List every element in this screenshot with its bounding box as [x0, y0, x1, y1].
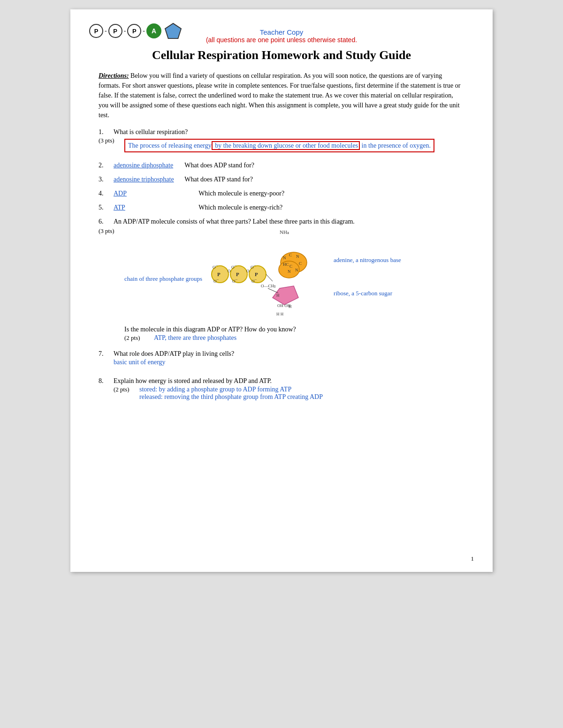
q1-text: What is cellular respiration? — [114, 128, 188, 136]
q3-text: What does ATP stand for? — [184, 176, 253, 183]
q6-text: An ADP/ATP molecule consists of what thr… — [114, 218, 355, 225]
svg-text:C: C — [289, 253, 292, 257]
logo: P - P - P - A — [89, 23, 182, 39]
page-title: Cellular Respiration Homework and Study … — [99, 48, 464, 62]
svg-text:HC: HC — [283, 262, 289, 267]
svg-text:N: N — [295, 268, 298, 272]
q8-answer-line2: released: removing the third phosphate g… — [139, 393, 323, 401]
q4-num: 4. — [99, 190, 114, 197]
svg-text:O¯: O¯ — [213, 265, 218, 270]
svg-marker-0 — [165, 23, 181, 38]
svg-text:H: H — [276, 293, 280, 298]
svg-text:OH OH: OH OH — [277, 303, 291, 308]
q2-answer: adenosine diphosphate — [114, 162, 179, 169]
question-2: 2. adenosine diphosphate What does ADP s… — [99, 162, 464, 169]
logo-p2: P — [108, 24, 122, 38]
svg-text:C: C — [289, 264, 292, 269]
page: P - P - P - A Teacher Copy (all question… — [70, 9, 493, 572]
svg-text:C: C — [299, 261, 302, 266]
svg-text:O¯: O¯ — [231, 265, 236, 270]
svg-text:O: O — [246, 269, 250, 273]
svg-text:N: N — [288, 269, 291, 274]
diagram-label-ribose: ribose, a 5-carbon sugar — [334, 290, 401, 297]
svg-text:P: P — [236, 271, 239, 277]
question-3: 3. adenosine triphosphate What does ATP … — [99, 176, 464, 183]
atp-diagram: NH₂ N C N C HC C N — [207, 227, 329, 321]
svg-text:O¯: O¯ — [251, 279, 257, 284]
directions-text: Below you will find a variety of questio… — [99, 72, 460, 119]
q7-text: What role does ADP/ATP play in living ce… — [114, 350, 234, 358]
logo-a: A — [146, 23, 161, 38]
q6-sub-text: Is the molecule in this diagram ADP or A… — [124, 326, 296, 333]
svg-line-16 — [268, 288, 278, 293]
q1-pts: (3 pts) — [99, 137, 124, 144]
question-4: 4. ADP Which molecule is energy-poor? — [99, 190, 464, 197]
q6-num: 6. — [99, 218, 114, 225]
q6-diagram-area: chain of three phosphate groups NH₂ N — [124, 227, 464, 342]
q1-num: 1. — [99, 128, 114, 136]
question-1: 1. What is cellular respiration? (3 pts)… — [99, 128, 464, 152]
q6-pts: (3 pts) — [99, 227, 124, 235]
q7-answer: basic unit of energy — [114, 359, 166, 366]
question-5: 5. ATP Which molecule is energy-rich? — [99, 204, 464, 211]
svg-text:O—CH₂: O—CH₂ — [261, 284, 276, 288]
q4-answer: ADP — [114, 190, 193, 197]
logo-p1: P — [89, 24, 103, 38]
svg-text:O: O — [228, 269, 231, 273]
svg-text:O¯: O¯ — [251, 265, 256, 270]
q7-num: 7. — [99, 350, 114, 358]
logo-circles: P - P - P - A — [89, 23, 161, 38]
svg-text:NH₂: NH₂ — [280, 229, 289, 235]
q6-sub-pts: (2 pts) — [124, 334, 150, 342]
svg-text:N: N — [283, 255, 286, 260]
svg-line-32 — [266, 274, 273, 281]
logo-pentagon-icon — [164, 23, 182, 39]
diagram-label-phosphate: chain of three phosphate groups — [124, 275, 202, 283]
svg-text:O¯: O¯ — [213, 279, 219, 284]
q3-answer: adenosine triphosphate — [114, 176, 179, 183]
svg-text:P: P — [255, 271, 258, 277]
q8-text: Explain how energy is stored and release… — [114, 377, 272, 385]
question-7: 7. What role does ADP/ATP play in living… — [99, 350, 464, 366]
directions-label: Directions: — [99, 72, 129, 79]
logo-p3: P — [127, 24, 141, 38]
question-8: 8. Explain how energy is stored and rele… — [99, 377, 464, 401]
directions-block: Directions: Below you will find a variet… — [99, 71, 464, 120]
q8-pts: (2 pts) — [114, 386, 139, 393]
q2-text: What does ADP stand for? — [184, 162, 254, 169]
question-6: 6. An ADP/ATP molecule consists of what … — [99, 218, 464, 342]
q6-sub: Is the molecule in this diagram ADP or A… — [124, 326, 464, 342]
q6-sub-answer: ATP, there are three phosphates — [154, 334, 236, 342]
q5-answer: ATP — [114, 204, 193, 211]
svg-text:O¯: O¯ — [232, 279, 237, 284]
svg-text:H      H: H H — [276, 312, 284, 316]
svg-text:N: N — [296, 254, 299, 259]
q5-text: Which molecule is energy-rich? — [198, 204, 282, 211]
q3-num: 3. — [99, 176, 114, 183]
diagram-label-adenine: adenine, a nitrogenous base — [334, 256, 401, 264]
q5-num: 5. — [99, 204, 114, 211]
q2-num: 2. — [99, 162, 114, 169]
questions-section: 1. What is cellular respiration? (3 pts)… — [99, 128, 464, 401]
svg-text:P: P — [217, 271, 221, 277]
q8-answer-line1: stored: by adding a phosphate group to A… — [139, 386, 323, 393]
q8-answer: stored: by adding a phosphate group to A… — [139, 386, 323, 401]
page-number: 1 — [471, 555, 474, 563]
q8-num: 8. — [99, 377, 114, 385]
q1-answer: The process of releasing energy by the b… — [124, 139, 434, 152]
q4-text: Which molecule is energy-poor? — [198, 190, 284, 197]
